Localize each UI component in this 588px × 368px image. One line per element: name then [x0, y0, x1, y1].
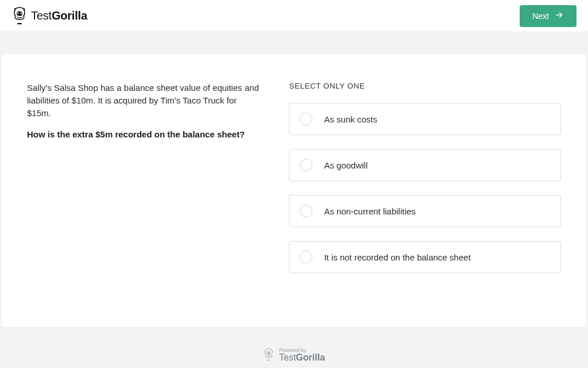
- radio-icon: [300, 251, 312, 263]
- footer-brand: Powered by TestGorilla: [263, 348, 325, 363]
- svg-rect-0: [17, 23, 22, 24]
- question-card: Sally's Salsa Shop has a balance sheet v…: [2, 54, 586, 327]
- answer-instruction: SELECT ONLY ONE: [289, 82, 561, 90]
- svg-point-1: [17, 12, 18, 13]
- radio-icon: [300, 205, 312, 217]
- brand-logo: TestGorilla: [11, 6, 87, 26]
- svg-point-5: [267, 352, 268, 354]
- svg-point-6: [269, 352, 270, 354]
- brand-text: TestGorilla: [31, 9, 87, 22]
- footer-brand-text: TestGorilla: [279, 353, 325, 363]
- next-button[interactable]: Next: [520, 5, 577, 27]
- question-panel: Sally's Salsa Shop has a balance sheet v…: [27, 82, 283, 287]
- page-body: Sally's Salsa Shop has a balance sheet v…: [0, 32, 588, 327]
- svg-point-2: [21, 12, 22, 13]
- option-label: As non-current liabilities: [324, 206, 415, 216]
- answer-option-0[interactable]: As sunk costs: [289, 103, 561, 135]
- header: TestGorilla Next: [0, 0, 588, 32]
- answer-option-3[interactable]: It is not recorded on the balance sheet: [289, 241, 561, 273]
- option-label: As sunk costs: [324, 114, 377, 124]
- next-button-label: Next: [532, 12, 549, 21]
- arrow-right-icon: [555, 10, 564, 21]
- footer-text: Powered by TestGorilla: [279, 348, 325, 363]
- footer: Powered by TestGorilla: [0, 327, 588, 363]
- option-label: As goodwill: [324, 160, 368, 170]
- radio-icon: [300, 113, 312, 125]
- radio-icon: [300, 159, 312, 171]
- question-prompt: How is the extra $5m recorded on the bal…: [27, 128, 260, 141]
- answers-panel: SELECT ONLY ONE As sunk costs As goodwil…: [283, 82, 561, 287]
- gorilla-icon: [11, 6, 28, 26]
- option-label: It is not recorded on the balance sheet: [324, 252, 470, 262]
- question-context: Sally's Salsa Shop has a balance sheet v…: [27, 82, 260, 119]
- svg-rect-4: [267, 360, 270, 361]
- gorilla-icon: [263, 348, 274, 363]
- answer-option-1[interactable]: As goodwill: [289, 149, 561, 181]
- answer-option-2[interactable]: As non-current liabilities: [289, 195, 561, 227]
